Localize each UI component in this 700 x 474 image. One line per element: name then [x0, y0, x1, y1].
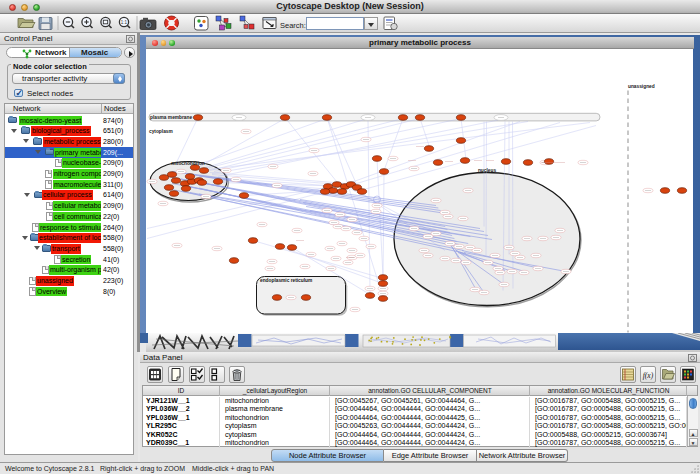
- svg-text:1:1: 1:1: [121, 20, 128, 25]
- svg-text:cytoplasm: cytoplasm: [149, 129, 173, 134]
- svg-text:f(x): f(x): [643, 370, 654, 379]
- svg-text:mitochondrion: mitochondrion: [171, 161, 205, 166]
- svg-text:unassigned: unassigned: [628, 84, 655, 89]
- svg-text:plasma membrane: plasma membrane: [150, 115, 192, 120]
- svg-text:endoplasmic reticulum: endoplasmic reticulum: [260, 278, 312, 283]
- svg-text:nucleus: nucleus: [478, 168, 496, 173]
